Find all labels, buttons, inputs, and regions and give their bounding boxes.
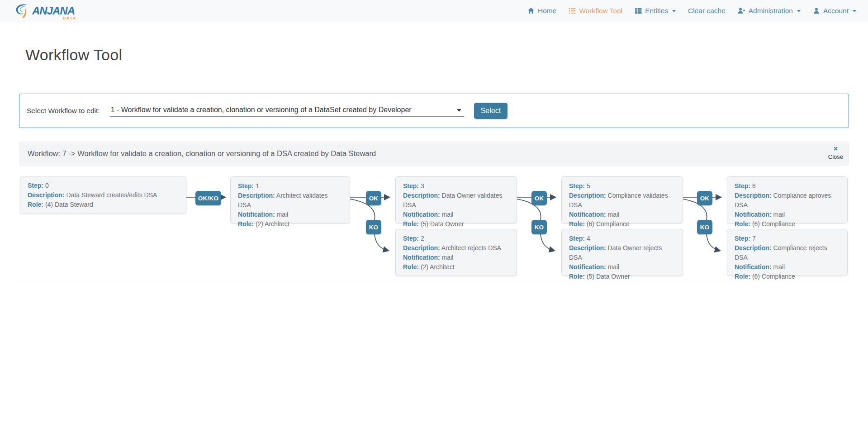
step-field-label: Step:: [735, 182, 750, 190]
nav-item-account[interactable]: Account: [813, 7, 856, 15]
step-role-line: Role: (4) Data Steward: [28, 200, 179, 209]
step-role-value: (6) Compliance: [752, 220, 795, 228]
step-card-0[interactable]: Step: 0 Description: Data Steward create…: [20, 176, 186, 214]
step-notification-value: mail: [442, 211, 454, 218]
description-field-label: Description:: [28, 191, 65, 199]
nav-item-label: Clear cache: [688, 7, 726, 15]
step-card-6[interactable]: Step: 6 Description: Compliance aproves …: [727, 176, 848, 223]
step-card-4[interactable]: Step: 4 Description: Data Owner rejects …: [561, 229, 683, 276]
role-field-label: Role:: [569, 273, 585, 280]
edge-badge-ko: KO: [531, 220, 547, 234]
nav-item-home[interactable]: Home: [527, 7, 556, 15]
role-field-label: Role:: [403, 220, 419, 228]
step-number-value: 5: [587, 182, 590, 190]
step-number-line: Step: 3: [403, 181, 509, 191]
edge-badge-ko: KO: [697, 220, 712, 234]
role-field-label: Role:: [735, 220, 750, 228]
step-role-value: (5) Data Owner: [587, 273, 630, 280]
close-button[interactable]: × Close: [828, 144, 843, 161]
step-card-1[interactable]: Step: 1 Description: Architect validates…: [230, 176, 350, 223]
step-role-value: (2) Architect: [421, 263, 455, 271]
edge-badge-ok: OK: [697, 191, 712, 205]
step-card-7[interactable]: Step: 7 Description: Compliance rejects …: [727, 229, 848, 276]
nav-item-label: Entities: [645, 7, 668, 15]
select-button[interactable]: Select: [474, 103, 508, 119]
step-description-line: Description: Compliance rejects DSA: [735, 243, 840, 262]
step-description-line: Description: Architect rejects DSA: [403, 243, 509, 253]
workflow-header-text: Workflow: 7 -> Workflow for validate a c…: [28, 149, 376, 158]
step-notification-value: mail: [608, 263, 620, 271]
step-role-value: (6) Compliance: [752, 273, 795, 280]
chevron-down-icon: [853, 10, 856, 12]
brand-sub: DATA: [63, 16, 76, 20]
step-number-value: 2: [421, 235, 424, 242]
step-notification-value: mail: [442, 254, 454, 261]
step-number-line: Step: 1: [238, 181, 342, 191]
step-role-line: Role: (5) Data Owner: [569, 272, 675, 281]
step-number-value: 6: [752, 182, 756, 190]
step-number-line: Step: 6: [735, 181, 840, 191]
nav-item-workflow-tool[interactable]: Workflow Tool: [569, 7, 622, 15]
step-number-value: 1: [256, 182, 259, 190]
close-icon: ×: [834, 144, 838, 153]
notification-field-label: Notification:: [569, 211, 606, 218]
home-icon: [527, 7, 535, 14]
step-number-value: 7: [752, 235, 756, 242]
user-plus-icon: [738, 7, 745, 14]
brand-logo[interactable]: ANJANA DATA: [14, 3, 76, 19]
step-field-label: Step:: [403, 182, 419, 190]
nav-item-label: Workflow Tool: [579, 7, 622, 15]
top-navbar: ANJANA DATA Home Workflow Tool Entities …: [0, 0, 868, 22]
step-number-line: Step: 5: [569, 181, 675, 191]
step-role-value: (5) Data Owner: [421, 220, 464, 228]
step-notification-line: Notification: mail: [403, 210, 509, 219]
step-notification-line: Notification: mail: [735, 210, 840, 219]
step-number-value: 0: [45, 182, 49, 189]
step-card-3[interactable]: Step: 3 Description: Data Owner validate…: [395, 176, 517, 223]
step-description-line: Description: Data Owner rejects DSA: [569, 243, 675, 262]
step-notification-line: Notification: mail: [238, 210, 342, 219]
step-description-line: Description: Architect validates DSA: [238, 191, 342, 210]
edge-badge-ko: KO: [366, 220, 381, 234]
nav-item-label: Administration: [749, 7, 793, 15]
chevron-down-icon: [672, 10, 676, 12]
nav-item-label: Account: [823, 7, 849, 15]
step-role-line: Role: (6) Compliance: [735, 219, 840, 229]
nav-item-administration[interactable]: Administration: [738, 7, 801, 15]
step-role-value: (4) Data Steward: [45, 201, 93, 208]
step-notification-line: Notification: mail: [569, 210, 675, 219]
description-field-label: Description:: [238, 192, 275, 199]
role-field-label: Role:: [569, 220, 585, 228]
nav-item-entities[interactable]: Entities: [635, 7, 676, 15]
nav-item-clear-cache[interactable]: Clear cache: [688, 7, 726, 15]
step-role-line: Role: (6) Compliance: [735, 272, 840, 281]
chevron-down-icon: [797, 10, 801, 12]
step-field-label: Step:: [735, 235, 750, 242]
workflow-select-wrap: 1 - Workflow for validate a creation, cl…: [110, 105, 464, 117]
edge-badge-okko: OK/KO: [195, 191, 221, 205]
step-description-line: Description: Data Owner validates DSA: [403, 191, 509, 210]
step-notification-line: Notification: mail: [403, 253, 509, 262]
nav-items: Home Workflow Tool Entities Clear cache …: [527, 7, 856, 15]
step-role-value: (2) Architect: [256, 220, 289, 228]
step-notification-value: mail: [773, 263, 785, 271]
workflow-select[interactable]: 1 - Workflow for validate a creation, cl…: [110, 105, 464, 117]
description-field-label: Description:: [403, 244, 440, 252]
workflow-select-label: Select Workflow to edit:: [27, 107, 100, 115]
close-label: Close: [828, 153, 843, 161]
role-field-label: Role:: [403, 263, 419, 271]
notification-field-label: Notification:: [403, 254, 440, 261]
step-card-5[interactable]: Step: 5 Description: Compliance validate…: [561, 176, 683, 223]
step-card-2[interactable]: Step: 2 Description: Architect rejects D…: [395, 229, 517, 276]
step-notification-value: mail: [277, 211, 289, 218]
step-description-value: Architect rejects DSA: [441, 244, 501, 252]
step-description-line: Description: Data Steward creates/edits …: [28, 190, 179, 200]
step-number-value: 3: [421, 182, 424, 190]
step-description-line: Description: Compliance validates DSA: [569, 191, 675, 210]
workflow-selector-panel: Select Workflow to edit: 1 - Workflow fo…: [19, 94, 849, 128]
step-field-label: Step:: [569, 182, 585, 190]
step-role-line: Role: (2) Architect: [403, 262, 509, 272]
step-role-line: Role: (5) Data Owner: [403, 219, 509, 229]
description-field-label: Description:: [569, 244, 606, 252]
step-notification-value: mail: [773, 211, 785, 218]
